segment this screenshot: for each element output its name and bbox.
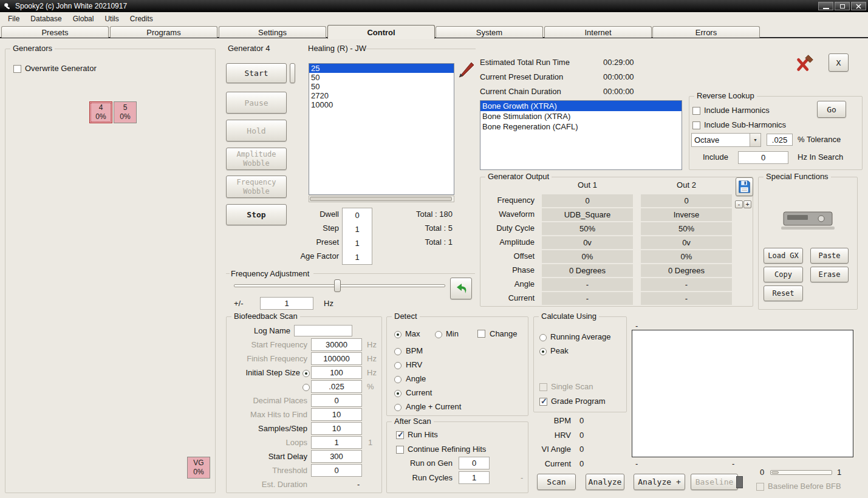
bf-row-label: Loops — [228, 438, 307, 447]
generator-button-vg[interactable]: VG 0% — [187, 457, 210, 479]
decimal-places-input[interactable]: 0 — [311, 394, 362, 407]
step-size-hz-radio[interactable] — [302, 370, 310, 377]
threshold-input[interactable]: 0 — [311, 464, 362, 477]
current-radio[interactable] — [394, 390, 402, 397]
plus-button[interactable]: + — [743, 200, 751, 208]
reset-button[interactable]: Reset — [764, 285, 803, 301]
start-frequency-input[interactable]: 30000 — [311, 338, 362, 351]
frequency-item[interactable]: 2720 — [309, 91, 454, 100]
frequency-item[interactable]: 10000 — [309, 100, 454, 109]
minimize-icon[interactable] — [818, 2, 833, 10]
clear-pen-x-icon[interactable] — [793, 52, 816, 74]
stop-button[interactable]: Stop — [226, 204, 287, 225]
close-icon[interactable] — [851, 2, 866, 10]
x-close-panel-button[interactable]: X — [829, 53, 849, 72]
baseline-before-bfb-checkbox[interactable] — [756, 483, 764, 491]
frequency-adjustment-line — [313, 273, 475, 274]
finish-frequency-input[interactable]: 100000 — [311, 352, 362, 365]
program-item[interactable]: Bone Stimulation (XTRA) — [480, 111, 682, 121]
angle-radio[interactable] — [394, 376, 402, 383]
start-button[interactable]: Start — [226, 63, 287, 83]
detect-max-label: Max — [405, 329, 420, 338]
erase-button[interactable]: Erase — [810, 267, 849, 282]
frequency-item[interactable]: 50 — [309, 73, 454, 82]
grade-program-checkbox[interactable] — [539, 398, 547, 406]
out1-cell: 50% — [542, 222, 633, 235]
detect-max-radio[interactable] — [394, 331, 402, 338]
analyze-button[interactable]: Analyze — [586, 474, 624, 490]
include-subharmonics-checkbox[interactable] — [692, 121, 700, 129]
frequency-wobble-button[interactable]: Frequency Wobble — [226, 176, 287, 198]
menu-database[interactable]: Database — [25, 13, 67, 24]
run-hits-checkbox[interactable] — [396, 431, 404, 439]
run-on-gen-input[interactable]: 0 — [459, 457, 490, 469]
start-delay-input[interactable]: 300 — [311, 450, 362, 463]
frequency-listbox[interactable]: 25 50 50 2720 10000 — [309, 63, 454, 195]
copy-button[interactable]: Copy — [764, 267, 803, 282]
include-harmonics-checkbox[interactable] — [692, 107, 700, 115]
menu-credits[interactable]: Credits — [125, 13, 159, 24]
load-gx-button[interactable]: Load GX — [764, 248, 803, 264]
tab-control[interactable]: Control — [327, 25, 435, 39]
frequency-hscrollbar[interactable] — [309, 196, 454, 202]
tab-presets[interactable]: Presets — [1, 26, 109, 38]
menu-file[interactable]: File — [2, 13, 25, 24]
step-size-percent-radio[interactable] — [302, 384, 310, 391]
scan-button[interactable]: Scan — [537, 474, 576, 490]
vertical-scrollbar[interactable] — [290, 63, 295, 83]
undo-adjustment-button[interactable] — [450, 278, 472, 299]
running-average-radio[interactable] — [539, 334, 547, 341]
run-cycles-input[interactable]: 1 — [459, 471, 490, 484]
program-listbox[interactable]: Bone Growth (XTRA) Bone Stimulation (XTR… — [480, 100, 682, 170]
samples-step-input[interactable]: 10 — [311, 422, 362, 435]
max-hits-input[interactable]: 10 — [311, 408, 362, 421]
tab-settings[interactable]: Settings — [219, 26, 326, 38]
baseline-grip[interactable] — [736, 476, 743, 488]
octave-dropdown[interactable]: Octave ▼ — [691, 133, 761, 147]
angle-current-radio[interactable] — [394, 404, 402, 411]
hrv-radio[interactable] — [394, 362, 402, 369]
menu-global[interactable]: Global — [67, 13, 100, 24]
frequency-adjustment-thumb[interactable] — [334, 279, 341, 292]
save-output-button[interactable] — [736, 177, 753, 196]
change-checkbox[interactable] — [477, 330, 485, 338]
angle-option-label: Angle — [406, 374, 426, 383]
go-button[interactable]: Go — [817, 101, 846, 118]
overwrite-generator-checkbox[interactable] — [13, 65, 21, 73]
amplitude-wobble-button[interactable]: Amplitude Wobble — [226, 148, 287, 170]
analyze-plus-button[interactable]: Analyze + — [634, 474, 685, 490]
paste-button[interactable]: Paste — [810, 248, 849, 264]
menu-utils[interactable]: Utils — [99, 13, 124, 24]
tab-system[interactable]: System — [436, 26, 543, 38]
tab-errors[interactable]: Errors — [652, 26, 760, 38]
program-item[interactable]: Bone Growth (XTRA) — [480, 101, 682, 111]
running-average-label: Running Average — [550, 332, 611, 341]
loops-input[interactable]: 1 — [311, 436, 362, 449]
program-item[interactable]: Bone Regeneration (CAFL) — [480, 121, 682, 132]
tab-internet[interactable]: Internet — [544, 26, 652, 38]
initial-step-size-input[interactable]: 100 — [311, 366, 362, 379]
graph-range-slider[interactable] — [770, 470, 832, 475]
step-size-percent-input[interactable]: .025 — [311, 380, 362, 393]
peak-radio[interactable] — [539, 348, 547, 355]
baseline-button[interactable]: Baseline — [691, 474, 738, 490]
generator-button-5[interactable]: 5 0% — [114, 101, 137, 123]
tab-programs[interactable]: Programs — [110, 26, 217, 38]
tolerance-input[interactable]: .025 — [767, 134, 793, 146]
bf-row-label: Est. Duration — [228, 480, 307, 489]
maximize-icon[interactable] — [835, 2, 850, 10]
frequency-item[interactable]: 25 — [309, 64, 454, 73]
single-scan-checkbox[interactable] — [539, 383, 547, 391]
detect-min-radio[interactable] — [435, 331, 442, 338]
adjustment-step-input[interactable]: 1 — [260, 297, 313, 310]
include-hz-input[interactable]: 0 — [738, 151, 788, 164]
edit-pen-icon[interactable] — [456, 61, 475, 81]
frequency-item[interactable]: 50 — [309, 82, 454, 91]
hold-button[interactable]: Hold — [226, 120, 287, 142]
minus-button[interactable]: - — [735, 200, 743, 208]
log-name-input[interactable] — [294, 325, 352, 336]
bpm-radio[interactable] — [394, 348, 402, 355]
pause-button[interactable]: Pause — [226, 92, 287, 114]
continue-refining-checkbox[interactable] — [396, 446, 404, 454]
generator-button-4[interactable]: 4 0% — [89, 101, 112, 123]
